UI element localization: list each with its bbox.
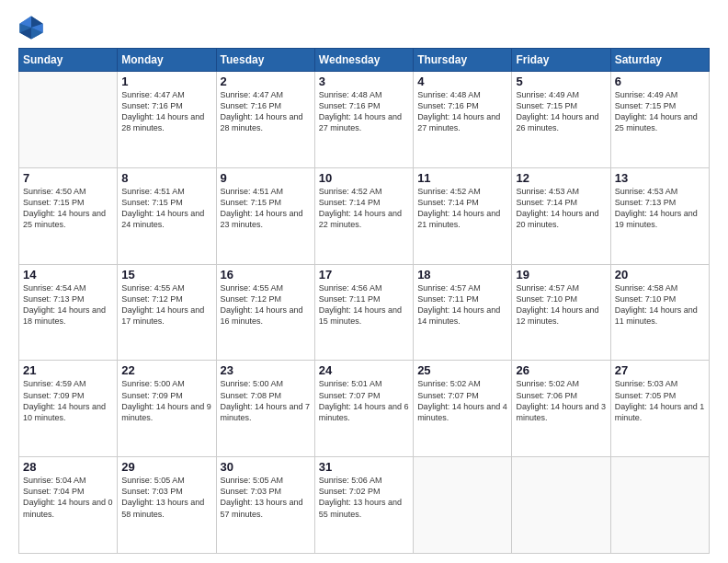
day-number: 4 [417, 75, 507, 88]
week-row-3: 14Sunrise: 4:54 AM Sunset: 7:13 PM Dayli… [19, 264, 710, 361]
day-info: Sunrise: 4:53 AM Sunset: 7:14 PM Dayligh… [516, 186, 606, 231]
day-info: Sunrise: 5:05 AM Sunset: 7:03 PM Dayligh… [221, 475, 311, 520]
calendar-cell: 6Sunrise: 4:49 AM Sunset: 7:15 PM Daylig… [610, 72, 709, 168]
day-info: Sunrise: 5:03 AM Sunset: 7:05 PM Dayligh… [615, 378, 705, 423]
weekday-header-monday: Monday [118, 49, 216, 72]
calendar: SundayMondayTuesdayWednesdayThursdayFrid… [18, 48, 710, 554]
calendar-cell: 27Sunrise: 5:03 AM Sunset: 7:05 PM Dayli… [610, 361, 709, 457]
calendar-cell: 10Sunrise: 4:52 AM Sunset: 7:14 PM Dayli… [314, 167, 413, 264]
day-info: Sunrise: 4:48 AM Sunset: 7:16 PM Dayligh… [319, 89, 409, 134]
weekday-header-tuesday: Tuesday [216, 49, 314, 72]
calendar-cell: 1Sunrise: 4:47 AM Sunset: 7:16 PM Daylig… [118, 72, 216, 168]
week-row-4: 21Sunrise: 4:59 AM Sunset: 7:09 PM Dayli… [19, 361, 710, 457]
day-number: 3 [319, 75, 409, 88]
day-info: Sunrise: 5:01 AM Sunset: 7:07 PM Dayligh… [319, 378, 409, 423]
calendar-cell: 4Sunrise: 4:48 AM Sunset: 7:16 PM Daylig… [414, 72, 512, 168]
weekday-row: SundayMondayTuesdayWednesdayThursdayFrid… [19, 49, 710, 72]
day-number: 20 [615, 268, 705, 282]
day-number: 22 [121, 363, 211, 377]
day-info: Sunrise: 5:05 AM Sunset: 7:03 PM Dayligh… [121, 475, 211, 520]
day-info: Sunrise: 4:54 AM Sunset: 7:13 PM Dayligh… [23, 282, 113, 327]
day-info: Sunrise: 4:47 AM Sunset: 7:16 PM Dayligh… [221, 89, 311, 134]
calendar-cell: 9Sunrise: 4:51 AM Sunset: 7:15 PM Daylig… [216, 167, 314, 264]
day-number: 9 [221, 171, 311, 185]
calendar-cell: 20Sunrise: 4:58 AM Sunset: 7:10 PM Dayli… [610, 264, 709, 361]
day-info: Sunrise: 4:51 AM Sunset: 7:15 PM Dayligh… [121, 186, 211, 231]
week-row-2: 7Sunrise: 4:50 AM Sunset: 7:15 PM Daylig… [19, 167, 710, 264]
day-info: Sunrise: 4:57 AM Sunset: 7:10 PM Dayligh… [516, 282, 606, 327]
day-number: 28 [23, 460, 113, 474]
day-number: 26 [516, 363, 606, 377]
calendar-cell [19, 72, 118, 168]
day-number: 25 [417, 363, 507, 377]
day-number: 5 [516, 75, 606, 88]
calendar-cell: 26Sunrise: 5:02 AM Sunset: 7:06 PM Dayli… [512, 361, 610, 457]
calendar-cell: 11Sunrise: 4:52 AM Sunset: 7:14 PM Dayli… [414, 167, 512, 264]
day-info: Sunrise: 4:59 AM Sunset: 7:09 PM Dayligh… [23, 378, 113, 423]
day-info: Sunrise: 4:49 AM Sunset: 7:15 PM Dayligh… [615, 89, 705, 134]
calendar-cell: 13Sunrise: 4:53 AM Sunset: 7:13 PM Dayli… [610, 167, 709, 264]
weekday-header-wednesday: Wednesday [314, 49, 413, 72]
day-info: Sunrise: 4:52 AM Sunset: 7:14 PM Dayligh… [319, 186, 409, 231]
day-number: 6 [615, 75, 705, 88]
weekday-header-saturday: Saturday [610, 49, 709, 72]
calendar-cell: 24Sunrise: 5:01 AM Sunset: 7:07 PM Dayli… [314, 361, 413, 457]
calendar-cell [512, 457, 610, 554]
day-number: 13 [615, 171, 705, 185]
day-number: 10 [319, 171, 409, 185]
calendar-cell: 25Sunrise: 5:02 AM Sunset: 7:07 PM Dayli… [414, 361, 512, 457]
calendar-cell: 17Sunrise: 4:56 AM Sunset: 7:11 PM Dayli… [314, 264, 413, 361]
day-number: 1 [121, 75, 211, 88]
day-info: Sunrise: 4:55 AM Sunset: 7:12 PM Dayligh… [221, 282, 311, 327]
calendar-cell: 15Sunrise: 4:55 AM Sunset: 7:12 PM Dayli… [118, 264, 216, 361]
day-info: Sunrise: 4:56 AM Sunset: 7:11 PM Dayligh… [319, 282, 409, 327]
calendar-cell: 29Sunrise: 5:05 AM Sunset: 7:03 PM Dayli… [118, 457, 216, 554]
day-info: Sunrise: 5:04 AM Sunset: 7:04 PM Dayligh… [23, 475, 113, 520]
day-info: Sunrise: 4:47 AM Sunset: 7:16 PM Dayligh… [121, 89, 211, 134]
calendar-cell: 23Sunrise: 5:00 AM Sunset: 7:08 PM Dayli… [216, 361, 314, 457]
day-number: 24 [319, 363, 409, 377]
day-number: 11 [417, 171, 507, 185]
header [18, 15, 710, 40]
calendar-cell: 5Sunrise: 4:49 AM Sunset: 7:15 PM Daylig… [512, 72, 610, 168]
logo-icon [18, 15, 44, 40]
calendar-body: 1Sunrise: 4:47 AM Sunset: 7:16 PM Daylig… [19, 72, 710, 554]
day-number: 16 [221, 268, 311, 282]
day-number: 29 [121, 460, 211, 474]
day-number: 8 [121, 171, 211, 185]
day-info: Sunrise: 4:49 AM Sunset: 7:15 PM Dayligh… [516, 89, 606, 134]
day-number: 17 [319, 268, 409, 282]
day-info: Sunrise: 4:58 AM Sunset: 7:10 PM Dayligh… [615, 282, 705, 327]
day-info: Sunrise: 4:50 AM Sunset: 7:15 PM Dayligh… [23, 186, 113, 231]
day-info: Sunrise: 4:48 AM Sunset: 7:16 PM Dayligh… [417, 89, 507, 134]
logo [18, 15, 48, 40]
page: SundayMondayTuesdayWednesdayThursdayFrid… [0, 0, 728, 563]
day-number: 14 [23, 268, 113, 282]
day-number: 7 [23, 171, 113, 185]
calendar-cell [610, 457, 709, 554]
day-number: 27 [615, 363, 705, 377]
day-number: 23 [221, 363, 311, 377]
day-info: Sunrise: 5:00 AM Sunset: 7:08 PM Dayligh… [221, 378, 311, 423]
day-number: 2 [221, 75, 311, 88]
day-number: 15 [121, 268, 211, 282]
calendar-cell: 21Sunrise: 4:59 AM Sunset: 7:09 PM Dayli… [19, 361, 118, 457]
day-info: Sunrise: 4:52 AM Sunset: 7:14 PM Dayligh… [417, 186, 507, 231]
calendar-cell: 8Sunrise: 4:51 AM Sunset: 7:15 PM Daylig… [118, 167, 216, 264]
calendar-cell: 14Sunrise: 4:54 AM Sunset: 7:13 PM Dayli… [19, 264, 118, 361]
day-info: Sunrise: 5:02 AM Sunset: 7:07 PM Dayligh… [417, 378, 507, 423]
weekday-header-friday: Friday [512, 49, 610, 72]
day-number: 21 [23, 363, 113, 377]
weekday-header-thursday: Thursday [414, 49, 512, 72]
day-info: Sunrise: 5:00 AM Sunset: 7:09 PM Dayligh… [121, 378, 211, 423]
calendar-cell: 31Sunrise: 5:06 AM Sunset: 7:02 PM Dayli… [314, 457, 413, 554]
calendar-cell: 28Sunrise: 5:04 AM Sunset: 7:04 PM Dayli… [19, 457, 118, 554]
week-row-5: 28Sunrise: 5:04 AM Sunset: 7:04 PM Dayli… [19, 457, 710, 554]
calendar-cell: 19Sunrise: 4:57 AM Sunset: 7:10 PM Dayli… [512, 264, 610, 361]
day-number: 31 [319, 460, 409, 474]
calendar-cell: 7Sunrise: 4:50 AM Sunset: 7:15 PM Daylig… [19, 167, 118, 264]
weekday-header-sunday: Sunday [19, 49, 118, 72]
day-info: Sunrise: 4:53 AM Sunset: 7:13 PM Dayligh… [615, 186, 705, 231]
week-row-1: 1Sunrise: 4:47 AM Sunset: 7:16 PM Daylig… [19, 72, 710, 168]
calendar-cell: 18Sunrise: 4:57 AM Sunset: 7:11 PM Dayli… [414, 264, 512, 361]
